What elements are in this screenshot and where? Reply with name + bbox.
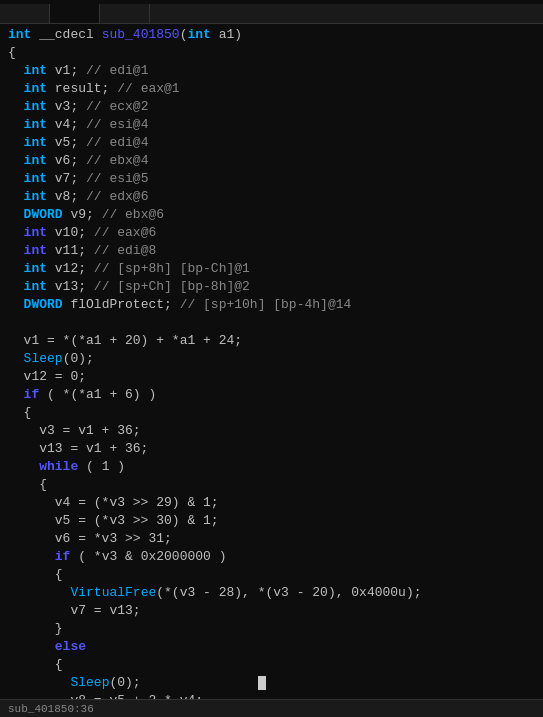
tab-bar	[0, 4, 543, 24]
code-line-2: {	[0, 44, 543, 62]
code-line-6: int v4; // esi@4	[0, 116, 543, 134]
code-line-30: if ( *v3 & 0x2000000 )	[0, 548, 543, 566]
code-line-21: if ( *(*a1 + 6) )	[0, 386, 543, 404]
code-line-23: v3 = v1 + 36;	[0, 422, 543, 440]
code-line-26: {	[0, 476, 543, 494]
tab-1[interactable]	[0, 4, 50, 23]
code-line-9: int v7; // esi@5	[0, 170, 543, 188]
code-line-15: int v13; // [sp+Ch] [bp-8h]@2	[0, 278, 543, 296]
code-line-35: else	[0, 638, 543, 656]
code-line-18: v1 = *(*a1 + 20) + *a1 + 24;	[0, 332, 543, 350]
code-line-25: while ( 1 )	[0, 458, 543, 476]
code-line-3: int v1; // edi@1	[0, 62, 543, 80]
code-line-20: v12 = 0;	[0, 368, 543, 386]
code-line-13: int v11; // edi@8	[0, 242, 543, 260]
code-line-33: v7 = v13;	[0, 602, 543, 620]
code-line-1: int __cdecl sub_401850(int a1)	[0, 26, 543, 44]
code-line-28: v5 = (*v3 >> 30) & 1;	[0, 512, 543, 530]
code-line-29: v6 = *v3 >> 31;	[0, 530, 543, 548]
code-line-36: {	[0, 656, 543, 674]
code-line-11: DWORD v9; // ebx@6	[0, 206, 543, 224]
code-container: int __cdecl sub_401850(int a1) { int v1;…	[0, 0, 543, 717]
code-line-19: Sleep(0);	[0, 350, 543, 368]
status-text: sub_401850:36	[8, 703, 94, 715]
code-line-14: int v12; // [sp+8h] [bp-Ch]@1	[0, 260, 543, 278]
code-line-4: int result; // eax@1	[0, 80, 543, 98]
code-line-24: v13 = v1 + 36;	[0, 440, 543, 458]
code-line-17	[0, 314, 543, 332]
tab-2[interactable]	[50, 4, 100, 23]
code-line-16: DWORD flOldProtect; // [sp+10h] [bp-4h]@…	[0, 296, 543, 314]
code-area: int __cdecl sub_401850(int a1) { int v1;…	[0, 24, 543, 717]
code-line-37: Sleep(0);	[0, 674, 543, 692]
code-line-31: {	[0, 566, 543, 584]
code-line-22: {	[0, 404, 543, 422]
code-line-32: VirtualFree(*(v3 - 28), *(v3 - 20), 0x40…	[0, 584, 543, 602]
code-line-5: int v3; // ecx@2	[0, 98, 543, 116]
code-line-34: }	[0, 620, 543, 638]
tab-3[interactable]	[100, 4, 150, 23]
code-line-10: int v8; // edx@6	[0, 188, 543, 206]
code-line-7: int v5; // edi@4	[0, 134, 543, 152]
status-bar: sub_401850:36	[0, 699, 543, 717]
code-line-8: int v6; // ebx@4	[0, 152, 543, 170]
code-line-12: int v10; // eax@6	[0, 224, 543, 242]
code-line-27: v4 = (*v3 >> 29) & 1;	[0, 494, 543, 512]
